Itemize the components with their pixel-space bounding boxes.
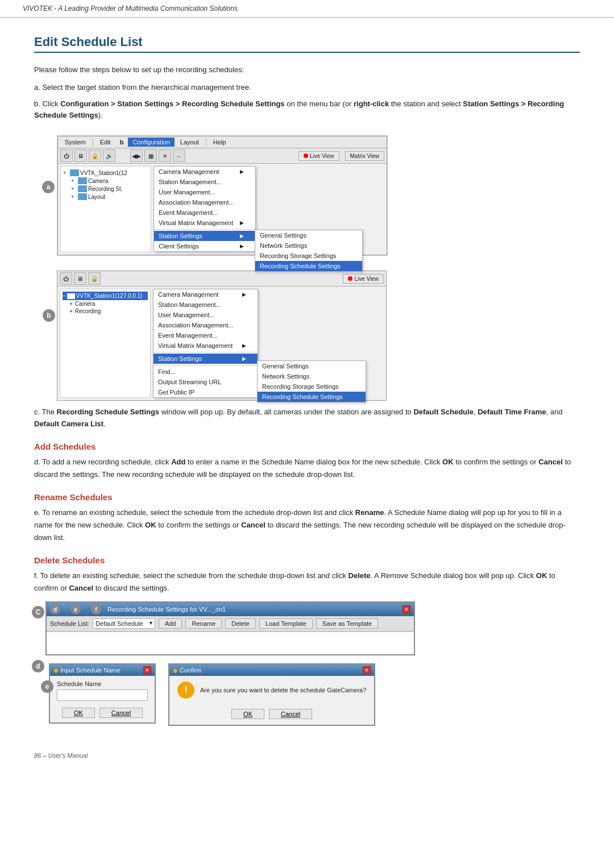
page-title: Edit Schedule List bbox=[34, 35, 580, 53]
tree-item-station1[interactable]: + VVTK_Station1(12 bbox=[63, 169, 148, 177]
rcm-user[interactable]: User Management... bbox=[154, 310, 258, 320]
rcm-output[interactable]: Output Streaming URL bbox=[154, 377, 258, 387]
submenu-network[interactable]: Network Settings bbox=[255, 240, 362, 251]
arrow4: ▶ bbox=[240, 243, 244, 249]
rcm-virtual[interactable]: Virtual Matrix Management ▶ bbox=[154, 340, 258, 351]
rename-bold-cancel: Cancel bbox=[241, 521, 265, 529]
menu-station-management[interactable]: Station Management... bbox=[154, 177, 255, 187]
step-b: b. Click Configuration > Station Setting… bbox=[34, 98, 580, 122]
tree-item-layout[interactable]: + Layout bbox=[63, 193, 148, 201]
schedule-rename-btn[interactable]: Rename bbox=[185, 618, 222, 629]
menu-edit[interactable]: Edit bbox=[96, 138, 115, 147]
circle-d-title: d bbox=[50, 604, 60, 614]
red-dot2 bbox=[348, 276, 352, 281]
schedule-dropdown[interactable]: Default Schedule ▼ bbox=[93, 618, 155, 629]
footer-note: 86 – User's Manual bbox=[34, 752, 580, 759]
toolbar-x[interactable]: ✕ bbox=[159, 149, 171, 162]
input-dialog-close[interactable]: ✕ bbox=[143, 666, 151, 674]
confirm-titlebar: ◆ Confirm ✕ bbox=[169, 665, 374, 676]
expand-icon5: − bbox=[63, 293, 66, 299]
menu-configuration[interactable]: Configuration bbox=[128, 138, 174, 147]
rcm-arrow3: ▶ bbox=[242, 356, 246, 362]
tree-station-highlighted[interactable]: − VVTK_Station1(127.0.0.1) bbox=[63, 292, 148, 300]
schedule-save-template-btn[interactable]: Save as Template bbox=[316, 618, 378, 629]
schedule-name-label: Schedule Name bbox=[57, 680, 101, 687]
dialogs-row: d ◆ Input Schedule Name ✕ bbox=[45, 660, 580, 729]
menu-sep2 bbox=[206, 138, 206, 146]
toolbar-back[interactable]: ← bbox=[173, 149, 185, 162]
schedule-add-btn[interactable]: Add bbox=[159, 618, 182, 629]
submenu-recording-schedule[interactable]: Recording Schedule Settings bbox=[255, 261, 362, 271]
schedule-load-template-btn[interactable]: Load Template bbox=[259, 618, 313, 629]
menu-station-settings[interactable]: Station Settings ▶ bbox=[154, 231, 255, 241]
ssm2-recording-storage[interactable]: Recording Storage Settings bbox=[258, 381, 366, 392]
circle-b2: b bbox=[43, 309, 55, 322]
confirm-ok-btn[interactable]: OK bbox=[231, 709, 264, 719]
menu-help[interactable]: Help bbox=[209, 138, 231, 147]
input-ok-btn[interactable]: OK bbox=[62, 708, 95, 718]
confirm-icon: ◆ bbox=[173, 667, 177, 674]
tb2-icon1[interactable]: ⏻ bbox=[60, 272, 72, 285]
rcm-station[interactable]: Station Management... bbox=[154, 300, 258, 310]
toolbar-speaker[interactable]: 🔊 bbox=[103, 149, 115, 162]
tree2-item2[interactable]: + Recording bbox=[63, 308, 148, 315]
menu-user-management[interactable]: User Management... bbox=[154, 187, 255, 197]
menu-b-label: b bbox=[117, 138, 127, 147]
confirm-close-btn[interactable]: ✕ bbox=[363, 666, 371, 674]
rcm-get-public-ip[interactable]: Get Public IP bbox=[154, 387, 258, 397]
context-area: Camera Management ▶ Station Management..… bbox=[154, 166, 384, 252]
menu-screenshot: System Edit b Configuration Layout Help … bbox=[57, 136, 387, 255]
menu-virtual-matrix[interactable]: Virtual Matrix Management ▶ bbox=[154, 218, 255, 228]
tb2-icon2[interactable]: 🖥 bbox=[74, 272, 86, 285]
station-icon2 bbox=[67, 293, 75, 299]
matrix-view-btn[interactable]: Matrix View bbox=[345, 151, 385, 161]
tree-item-recording[interactable]: + Recording St. bbox=[63, 185, 148, 193]
step-a: a. Select the target station from the hi… bbox=[34, 82, 580, 94]
toolbar: ⏻ 🖥 🔒 🔊 ◀▶ ▦ ✕ ← Live View Matrix View bbox=[58, 148, 387, 164]
confirm-cancel-btn[interactable]: Cancel bbox=[269, 709, 312, 719]
rcm-find[interactable]: Find... bbox=[154, 367, 258, 377]
dropdown-arrow: ▼ bbox=[148, 620, 154, 626]
tree-item-camera[interactable]: + Camera bbox=[63, 177, 148, 185]
toolbar-icon5[interactable]: ◀▶ bbox=[130, 149, 143, 162]
menu-association-management[interactable]: Association Management... bbox=[154, 197, 255, 207]
input-cancel-btn[interactable]: Cancel bbox=[99, 708, 143, 718]
menu-sep1 bbox=[93, 138, 93, 146]
submenu-general[interactable]: General Settings bbox=[255, 230, 362, 240]
sep1 bbox=[154, 229, 255, 230]
submenu-recording-storage[interactable]: Recording Storage Settings bbox=[255, 251, 362, 261]
step-c: c. The Recording Schedule Settings windo… bbox=[34, 406, 580, 430]
ssm2-recording-schedule[interactable]: Recording Schedule Settings bbox=[258, 392, 366, 402]
circle-a: a bbox=[42, 181, 55, 193]
content-area: Edit Schedule List Please follow the ste… bbox=[0, 18, 614, 793]
rcm-station-settings[interactable]: Station Settings ▶ bbox=[154, 354, 258, 364]
toolbar-monitor[interactable]: 🖥 bbox=[74, 149, 87, 162]
schedule-window-title: Recording Schedule Settings for VV..._on… bbox=[107, 606, 226, 613]
add-schedules-text: d. To add a new recording schedule, clic… bbox=[34, 456, 580, 481]
recording-icon bbox=[78, 185, 87, 192]
schedule-close-btn[interactable]: ✕ bbox=[403, 605, 410, 613]
delete-bold-delete: Delete bbox=[349, 571, 371, 580]
station-name: VVTK_Station1(12 bbox=[80, 170, 127, 176]
rcm-association[interactable]: Association Management... bbox=[154, 320, 258, 330]
schedule-delete-btn[interactable]: Delete bbox=[225, 618, 256, 629]
toolbar-lock[interactable]: 🔒 bbox=[89, 149, 101, 162]
ssm2-network[interactable]: Network Settings bbox=[258, 371, 366, 381]
live-view-btn[interactable]: Live View bbox=[298, 151, 339, 161]
toolbar-grid[interactable]: ▦ bbox=[144, 149, 157, 162]
tb2-icon3[interactable]: 🔒 bbox=[88, 272, 101, 285]
menu-layout[interactable]: Layout bbox=[176, 138, 204, 147]
schedule-name-input[interactable] bbox=[57, 690, 148, 701]
tree2-item1[interactable]: + Camera bbox=[63, 300, 148, 308]
rcm-camera[interactable]: Camera Management ▶ bbox=[154, 289, 258, 300]
camera-label: Camera bbox=[88, 178, 109, 184]
live-view-btn2[interactable]: Live View bbox=[343, 274, 384, 284]
rcm-event[interactable]: Event Management... bbox=[154, 330, 258, 340]
menu-system[interactable]: System bbox=[60, 138, 90, 147]
toolbar-power[interactable]: ⏻ bbox=[60, 149, 73, 162]
arrow3: ▶ bbox=[240, 233, 244, 239]
menu-client-settings[interactable]: Client Settings ▶ bbox=[154, 241, 255, 251]
menu-event-management[interactable]: Event Management... bbox=[154, 207, 255, 218]
ssm2-general[interactable]: General Settings bbox=[258, 361, 366, 371]
menu-camera-management[interactable]: Camera Management ▶ bbox=[154, 167, 255, 177]
